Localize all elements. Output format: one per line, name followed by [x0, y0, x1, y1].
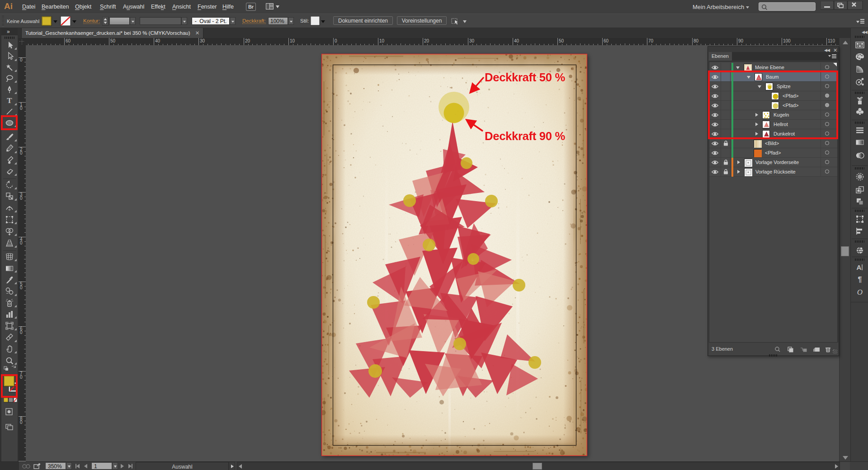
svg-text:O: O: [857, 288, 862, 296]
svg-text:Deckkraft 90 %: Deckkraft 90 %: [485, 129, 565, 143]
svg-text:¶: ¶: [858, 276, 862, 283]
svg-text:Deckkraft 50 %: Deckkraft 50 %: [485, 70, 565, 84]
svg-text:A: A: [856, 263, 861, 271]
svg-text:T: T: [7, 96, 12, 105]
